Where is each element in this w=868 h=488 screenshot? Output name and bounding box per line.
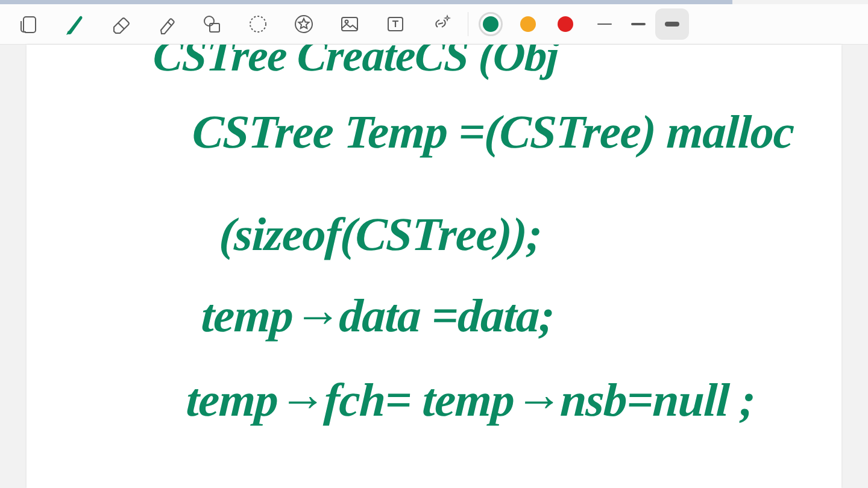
note-page[interactable]: CSTree CreateCS (Obj CSTree Temp =(CSTre… — [27, 45, 841, 488]
color-green[interactable] — [479, 12, 503, 36]
svg-rect-7 — [342, 17, 357, 31]
page-icon — [19, 14, 39, 34]
stamp-tool[interactable] — [281, 8, 327, 40]
lasso-tool[interactable] — [235, 8, 281, 40]
highlighter-tool[interactable] — [143, 8, 189, 40]
svg-line-10 — [438, 23, 443, 24]
svg-point-5 — [250, 16, 266, 32]
handwriting-line: temp→fch= temp→nsb=null ; — [185, 373, 756, 427]
canvas-area: CSTree CreateCS (Obj CSTree Temp =(CSTre… — [0, 45, 868, 488]
svg-line-2 — [168, 22, 171, 25]
svg-point-8 — [345, 20, 348, 23]
stroke-group — [588, 8, 689, 40]
toolbar-divider — [468, 12, 468, 36]
link-tool[interactable] — [418, 8, 464, 40]
color-swatch — [520, 16, 536, 32]
image-tool[interactable] — [327, 8, 373, 40]
image-icon — [339, 13, 360, 35]
toolbar — [0, 4, 868, 45]
stroke-preview — [597, 23, 612, 25]
color-swatch — [558, 16, 573, 32]
handwriting-line: (sizeof(CSTree)); — [218, 207, 543, 261]
tool-group — [6, 8, 464, 40]
text-tool[interactable] — [373, 8, 418, 40]
page-tool[interactable] — [6, 8, 52, 40]
window-title-strip — [0, 0, 868, 4]
svg-rect-0 — [24, 17, 36, 33]
pen-icon — [61, 11, 88, 37]
shapes-icon — [201, 13, 224, 36]
highlighter-icon — [154, 12, 178, 36]
stroke-preview — [665, 22, 679, 27]
link-sparkle-icon — [429, 12, 453, 36]
handwriting-line: CSTree Temp =(CSTree) malloc — [191, 105, 796, 159]
stroke-medium[interactable] — [621, 8, 655, 40]
lasso-icon — [247, 13, 269, 35]
stroke-thick[interactable] — [655, 8, 689, 40]
handwriting-line: temp→data =data; — [200, 289, 556, 343]
eraser-tool[interactable] — [98, 8, 143, 40]
color-orange[interactable] — [512, 8, 544, 40]
shapes-tool[interactable] — [189, 8, 235, 40]
stamp-icon — [293, 13, 315, 35]
color-swatch — [483, 16, 498, 32]
svg-point-3 — [204, 16, 214, 26]
svg-rect-4 — [210, 23, 219, 32]
stroke-thin[interactable] — [588, 8, 621, 40]
eraser-icon — [108, 12, 133, 36]
handwriting-line: CSTree CreateCS (Obj — [152, 45, 559, 81]
color-group — [472, 8, 584, 40]
pen-tool[interactable] — [52, 8, 98, 40]
text-icon — [385, 14, 406, 34]
svg-line-1 — [118, 23, 124, 29]
stroke-preview — [631, 23, 646, 25]
color-red[interactable] — [550, 8, 581, 40]
